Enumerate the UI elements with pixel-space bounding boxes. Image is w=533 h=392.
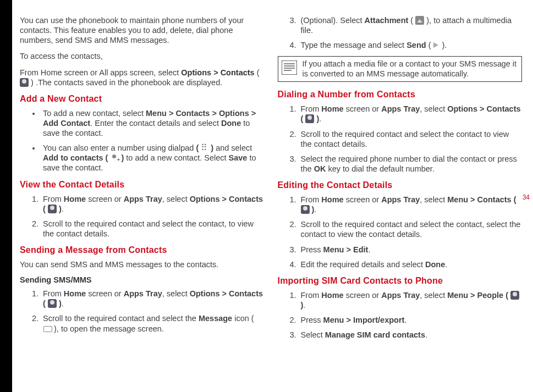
import-list: From Home screen or Apps Tray, select Me…: [278, 290, 523, 340]
text: icon (: [232, 314, 254, 323]
bold: Done: [221, 119, 241, 128]
heading-dial: Dialing a Number from Contacts: [278, 90, 523, 100]
text: Type the message and select: [301, 41, 407, 49]
bold: Manage SIM card contacts: [325, 330, 425, 339]
bold: ): [208, 143, 213, 152]
text: Press: [301, 316, 323, 324]
contacts-icon: [305, 114, 314, 123]
text: , select: [420, 291, 447, 300]
text: From: [43, 289, 64, 298]
send-icon: [433, 42, 440, 48]
bold: Home: [64, 289, 86, 298]
list-item: From Home screen or Apps Tray, select Op…: [299, 104, 523, 124]
heading-edit: Editing the Contact Details: [278, 180, 523, 190]
text: .: [319, 114, 321, 123]
heading-view-contact: View the Contact Details: [20, 180, 265, 190]
list-item: Press Menu > Edit.: [299, 245, 523, 255]
note-icon: [282, 60, 297, 75]
bold: Apps Tray: [124, 195, 162, 203]
text: .: [404, 316, 406, 324]
contacts-icon: [20, 78, 29, 87]
list-item: Scroll to the required contact and selec…: [41, 219, 265, 239]
bold: Home: [64, 195, 86, 203]
text: and select: [213, 143, 252, 152]
send-sms-list: From Home screen or Apps Tray, select Op…: [20, 289, 265, 334]
list-item: (Optional). Select Attachment ( ), to at…: [299, 15, 523, 35]
text: (Optional). Select: [301, 16, 365, 25]
note-text: If you attach a media file or a contact …: [303, 59, 518, 79]
text: Select: [301, 330, 325, 339]
list-item: From Home screen or Apps Tray, select Me…: [299, 195, 523, 214]
contacts-icon: [510, 291, 519, 300]
text: From: [43, 195, 64, 203]
contacts-icon: [301, 205, 310, 214]
text: .: [62, 205, 64, 213]
list-item: Press Menu > Import/export.: [299, 315, 523, 325]
list-item: Edit the required details and select Don…: [299, 260, 523, 269]
dialpad-icon: [201, 145, 208, 152]
text: From: [301, 195, 322, 204]
text: .: [303, 301, 305, 310]
list-item: Type the message and select Send ( ).: [299, 40, 523, 50]
left-column: You can use the phonebook to maintain ph…: [20, 15, 265, 381]
attachment-icon: [415, 16, 424, 25]
list-item: Select Manage SIM card contacts.: [299, 330, 523, 340]
bold: Menu > Contacts (: [447, 195, 516, 204]
text: screen or: [86, 195, 124, 203]
bold: (: [196, 143, 201, 152]
text: .: [314, 205, 316, 214]
text: screen or: [344, 195, 382, 204]
text: , select: [420, 104, 447, 113]
bold: Save: [229, 153, 248, 162]
text: screen or: [86, 289, 124, 298]
send-subheading: Sending SMS/MMS: [20, 275, 265, 284]
section-title: Managing Contacts: [0, 149, 1, 238]
view-contact-list: From Home screen or Apps Tray, select Op…: [20, 194, 265, 239]
bold: Apps Tray: [124, 289, 162, 298]
text: From Home screen or All apps screen, sel…: [20, 68, 181, 77]
text: From: [301, 291, 322, 300]
page-content: You can use the phonebook to maintain ph…: [20, 15, 522, 381]
intro-access: To access the contacts,: [20, 51, 265, 61]
text: Scroll to the required contact and selec…: [43, 314, 199, 323]
text: ), to open the message screen.: [52, 324, 164, 333]
note-box: If you attach a media file or a contact …: [278, 56, 523, 82]
text: .: [62, 299, 64, 308]
contacts-icon: [48, 299, 57, 308]
text: , select: [162, 289, 190, 298]
edit-list: From Home screen or Apps Tray, select Me…: [278, 195, 523, 269]
text: . Enter the contact details and select: [90, 119, 221, 128]
svg-rect-0: [282, 60, 297, 75]
heading-send-message: Sending a Message from Contacts: [20, 245, 265, 255]
sidebar-tab: Managing Contacts: [0, 0, 12, 392]
text: .: [425, 330, 427, 339]
text: .: [445, 260, 447, 269]
list-item: From Home screen or Apps Tray, select Me…: [299, 290, 523, 310]
bold: Menu > Edit: [323, 245, 369, 254]
text: ) .The contacts saved in the phonebook a…: [29, 78, 222, 87]
bold: ): [57, 299, 62, 308]
bold: ): [314, 114, 319, 123]
add-contact-list: To add a new contact, select Menu > Cont…: [20, 108, 265, 173]
bold: Apps Tray: [381, 291, 420, 300]
text: (: [408, 16, 415, 25]
bold: Apps Tray: [381, 104, 420, 113]
text: screen or: [344, 104, 382, 113]
text: Edit the required details and select: [301, 260, 426, 269]
bold: Attachment: [365, 16, 409, 25]
text: (: [255, 68, 260, 77]
text: To add a new contact, select: [43, 109, 146, 118]
right-column: (Optional). Select Attachment ( ), to at…: [278, 15, 523, 381]
add-contact-icon: [110, 153, 119, 162]
bold: Add to contacts (: [43, 153, 110, 162]
bold: Send: [406, 41, 426, 49]
send-sms-list-cont: (Optional). Select Attachment ( ), to at…: [278, 15, 523, 50]
list-item: Scroll to the required contact and selec…: [299, 129, 523, 149]
dial-list: From Home screen or Apps Tray, select Op…: [278, 104, 523, 174]
list-item: To add a new contact, select Menu > Cont…: [41, 108, 265, 138]
bold: Home: [321, 104, 343, 113]
list-item: Scroll to the required contact and selec…: [41, 313, 265, 333]
text: , select: [162, 195, 190, 203]
list-item: Scroll to the required contact and selec…: [299, 219, 523, 239]
contacts-icon: [48, 205, 57, 213]
